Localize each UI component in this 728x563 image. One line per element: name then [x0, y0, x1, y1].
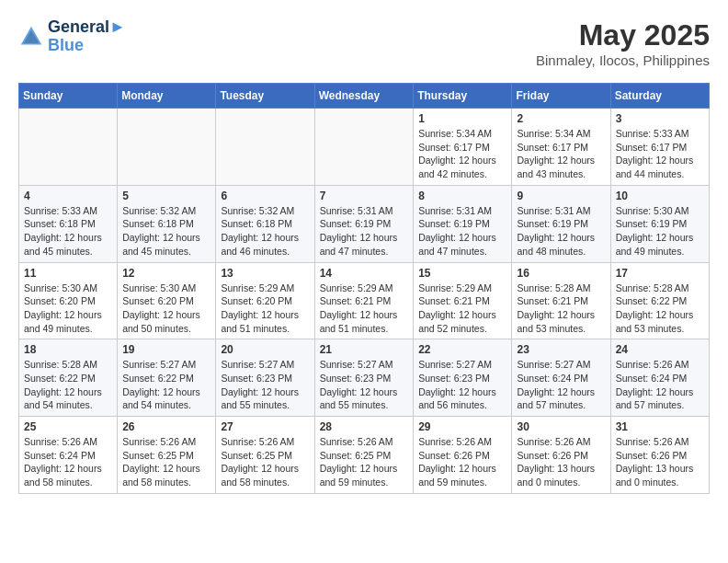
day-info: Sunrise: 5:26 AMSunset: 6:26 PMDaylight:… [616, 435, 704, 489]
day-number: 24 [616, 343, 704, 356]
day-number: 20 [221, 343, 309, 356]
calendar-cell: 17Sunrise: 5:28 AMSunset: 6:22 PMDayligh… [610, 262, 709, 339]
day-info: Sunrise: 5:26 AMSunset: 6:24 PMDaylight:… [24, 435, 112, 489]
day-number: 21 [320, 343, 409, 356]
calendar-cell: 23Sunrise: 5:27 AMSunset: 6:24 PMDayligh… [512, 339, 610, 417]
calendar-cell: 11Sunrise: 5:30 AMSunset: 6:20 PMDayligh… [19, 262, 118, 339]
day-number: 9 [517, 190, 605, 202]
month-year-title: May 2025 [536, 18, 710, 52]
calendar-cell [118, 109, 216, 186]
day-info: Sunrise: 5:30 AMSunset: 6:20 PMDaylight:… [122, 282, 210, 336]
day-number: 10 [616, 190, 704, 202]
calendar-week-1: 1Sunrise: 5:34 AMSunset: 6:17 PMDaylight… [19, 109, 710, 186]
calendar-cell [216, 109, 314, 186]
day-info: Sunrise: 5:31 AMSunset: 6:19 PMDaylight:… [418, 204, 506, 259]
calendar-cell: 18Sunrise: 5:28 AMSunset: 6:22 PMDayligh… [19, 339, 118, 417]
day-number: 19 [122, 343, 210, 356]
day-number: 4 [24, 190, 112, 202]
day-info: Sunrise: 5:27 AMSunset: 6:23 PMDaylight:… [418, 358, 506, 412]
logo: General► Blue [18, 18, 126, 55]
calendar-cell: 7Sunrise: 5:31 AMSunset: 6:19 PMDaylight… [314, 185, 414, 262]
calendar-cell: 8Sunrise: 5:31 AMSunset: 6:19 PMDaylight… [414, 185, 512, 262]
title-block: May 2025 Binmaley, Ilocos, Philippines [536, 18, 710, 68]
calendar-header-thursday: Thursday [414, 84, 512, 109]
day-number: 18 [24, 343, 112, 356]
calendar-cell [314, 109, 414, 186]
calendar-cell: 31Sunrise: 5:26 AMSunset: 6:26 PMDayligh… [610, 417, 709, 494]
calendar-cell: 14Sunrise: 5:29 AMSunset: 6:21 PMDayligh… [314, 262, 414, 339]
day-number: 31 [616, 420, 704, 433]
day-number: 12 [122, 267, 210, 280]
calendar-cell: 30Sunrise: 5:26 AMSunset: 6:26 PMDayligh… [512, 417, 610, 494]
calendar-cell: 13Sunrise: 5:29 AMSunset: 6:20 PMDayligh… [216, 262, 314, 339]
calendar-cell: 22Sunrise: 5:27 AMSunset: 6:23 PMDayligh… [414, 339, 512, 417]
day-number: 15 [418, 267, 506, 280]
calendar-cell: 9Sunrise: 5:31 AMSunset: 6:19 PMDaylight… [512, 185, 610, 262]
calendar-cell: 25Sunrise: 5:26 AMSunset: 6:24 PMDayligh… [19, 417, 118, 494]
day-info: Sunrise: 5:33 AMSunset: 6:17 PMDaylight:… [616, 127, 704, 181]
calendar-week-2: 4Sunrise: 5:33 AMSunset: 6:18 PMDaylight… [19, 185, 710, 262]
calendar-cell: 1Sunrise: 5:34 AMSunset: 6:17 PMDaylight… [414, 109, 512, 186]
logo-text: General► Blue [48, 18, 126, 55]
day-info: Sunrise: 5:28 AMSunset: 6:21 PMDaylight:… [517, 282, 605, 336]
day-number: 25 [24, 420, 112, 433]
day-number: 17 [616, 267, 704, 280]
day-info: Sunrise: 5:28 AMSunset: 6:22 PMDaylight:… [24, 358, 112, 412]
calendar-cell: 28Sunrise: 5:26 AMSunset: 6:25 PMDayligh… [314, 417, 414, 494]
day-number: 2 [517, 112, 605, 125]
day-number: 14 [320, 267, 409, 280]
day-info: Sunrise: 5:27 AMSunset: 6:23 PMDaylight:… [221, 358, 309, 412]
day-info: Sunrise: 5:26 AMSunset: 6:24 PMDaylight:… [616, 358, 704, 412]
day-number: 1 [418, 112, 506, 125]
day-info: Sunrise: 5:26 AMSunset: 6:25 PMDaylight:… [221, 435, 309, 489]
location-subtitle: Binmaley, Ilocos, Philippines [536, 52, 710, 68]
day-info: Sunrise: 5:32 AMSunset: 6:18 PMDaylight:… [122, 204, 210, 259]
day-info: Sunrise: 5:29 AMSunset: 6:21 PMDaylight:… [320, 282, 409, 336]
day-info: Sunrise: 5:26 AMSunset: 6:25 PMDaylight:… [320, 435, 409, 489]
calendar-table: SundayMondayTuesdayWednesdayThursdayFrid… [18, 83, 710, 494]
calendar-cell: 24Sunrise: 5:26 AMSunset: 6:24 PMDayligh… [610, 339, 709, 417]
calendar-header-monday: Monday [118, 84, 216, 109]
calendar-cell: 15Sunrise: 5:29 AMSunset: 6:21 PMDayligh… [414, 262, 512, 339]
calendar-cell: 19Sunrise: 5:27 AMSunset: 6:22 PMDayligh… [118, 339, 216, 417]
day-info: Sunrise: 5:29 AMSunset: 6:21 PMDaylight:… [418, 282, 506, 336]
day-number: 6 [221, 190, 309, 202]
day-info: Sunrise: 5:33 AMSunset: 6:18 PMDaylight:… [24, 204, 112, 259]
page-header: General► Blue May 2025 Binmaley, Ilocos,… [18, 18, 710, 68]
day-info: Sunrise: 5:32 AMSunset: 6:18 PMDaylight:… [221, 204, 309, 259]
day-number: 27 [221, 420, 309, 433]
day-info: Sunrise: 5:31 AMSunset: 6:19 PMDaylight:… [517, 204, 605, 259]
calendar-header-friday: Friday [512, 84, 610, 109]
day-number: 29 [418, 420, 506, 433]
day-info: Sunrise: 5:31 AMSunset: 6:19 PMDaylight:… [320, 204, 409, 259]
calendar-cell: 3Sunrise: 5:33 AMSunset: 6:17 PMDaylight… [610, 109, 709, 186]
calendar-header-tuesday: Tuesday [216, 84, 314, 109]
calendar-cell: 4Sunrise: 5:33 AMSunset: 6:18 PMDaylight… [19, 185, 118, 262]
calendar-cell: 26Sunrise: 5:26 AMSunset: 6:25 PMDayligh… [118, 417, 216, 494]
day-number: 11 [24, 267, 112, 280]
day-info: Sunrise: 5:27 AMSunset: 6:22 PMDaylight:… [122, 358, 210, 412]
day-number: 28 [320, 420, 409, 433]
day-info: Sunrise: 5:30 AMSunset: 6:19 PMDaylight:… [616, 204, 704, 259]
calendar-cell: 27Sunrise: 5:26 AMSunset: 6:25 PMDayligh… [216, 417, 314, 494]
day-info: Sunrise: 5:30 AMSunset: 6:20 PMDaylight:… [24, 282, 112, 336]
calendar-cell: 21Sunrise: 5:27 AMSunset: 6:23 PMDayligh… [314, 339, 414, 417]
day-info: Sunrise: 5:27 AMSunset: 6:23 PMDaylight:… [320, 358, 409, 412]
calendar-week-5: 25Sunrise: 5:26 AMSunset: 6:24 PMDayligh… [19, 417, 710, 494]
calendar-header-wednesday: Wednesday [314, 84, 414, 109]
day-number: 5 [122, 190, 210, 202]
calendar-cell: 16Sunrise: 5:28 AMSunset: 6:21 PMDayligh… [512, 262, 610, 339]
calendar-header-sunday: Sunday [19, 84, 118, 109]
day-info: Sunrise: 5:34 AMSunset: 6:17 PMDaylight:… [517, 127, 605, 181]
day-number: 3 [616, 112, 704, 125]
day-number: 30 [517, 420, 605, 433]
day-info: Sunrise: 5:26 AMSunset: 6:25 PMDaylight:… [122, 435, 210, 489]
day-number: 8 [418, 190, 506, 202]
day-number: 23 [517, 343, 605, 356]
calendar-week-4: 18Sunrise: 5:28 AMSunset: 6:22 PMDayligh… [19, 339, 710, 417]
calendar-cell [19, 109, 118, 186]
calendar-cell: 6Sunrise: 5:32 AMSunset: 6:18 PMDaylight… [216, 185, 314, 262]
logo-icon [18, 24, 44, 50]
day-number: 16 [517, 267, 605, 280]
day-number: 13 [221, 267, 309, 280]
